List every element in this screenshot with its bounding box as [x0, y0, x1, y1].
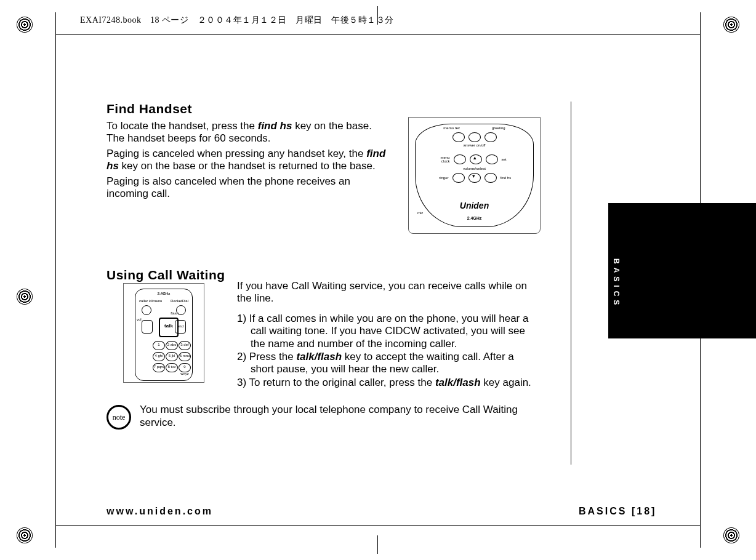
list-item: 1) If a call comes in while you are on t…: [237, 313, 536, 350]
thumb-tab: [608, 203, 756, 338]
registration-mark-icon: [719, 12, 744, 37]
registration-mark-icon: [12, 12, 37, 37]
paragraph: Paging is canceled when pressing any han…: [107, 148, 390, 173]
key-name: talk/flash: [435, 377, 481, 388]
footer-url: www.uniden.com: [107, 506, 213, 517]
note-text: You must subscribe through your local te…: [140, 404, 537, 429]
section-title-find-handset: Find Handset: [107, 102, 537, 116]
paragraph: To locate the handset, press the find hs…: [107, 120, 390, 145]
crop-frame: [55, 34, 701, 35]
crop-tick: [377, 535, 378, 554]
vertical-rule: [571, 102, 571, 465]
crop-frame: [55, 12, 56, 548]
paragraph: If you have Call Waiting service, you ca…: [237, 280, 536, 305]
call-waiting-text: If you have Call Waiting service, you ca…: [237, 280, 536, 390]
registration-mark-icon: [12, 523, 37, 548]
paragraph: Paging is also canceled when the phone r…: [107, 175, 390, 201]
base-unit-illustration: memo recgreeting answer on/off menuclock…: [408, 117, 541, 234]
note-icon: note: [107, 405, 131, 430]
section-tab-label: BASICS: [612, 258, 621, 308]
registration-mark-icon: [719, 523, 744, 548]
key-name: talk/flash: [296, 351, 342, 362]
footer-page: BASICS [18]: [579, 506, 656, 517]
handset-illustration: 2.4GHz caller id/menu RocketDial talk en…: [123, 283, 204, 383]
list-item: 2) Press the talk/flash key to accept th…: [237, 351, 536, 376]
list-item: 3) To return to the original caller, pre…: [237, 377, 536, 389]
registration-mark-icon: [12, 284, 37, 309]
brand-logo: Uniden: [460, 201, 489, 210]
key-name: find hs: [258, 120, 292, 132]
note-callout: note You must subscribe through your loc…: [107, 404, 537, 430]
crop-frame: [55, 525, 701, 526]
print-header: EXAI7248.book 18 ページ ２００４年１月１２日 月曜日 午後５時…: [80, 15, 394, 26]
